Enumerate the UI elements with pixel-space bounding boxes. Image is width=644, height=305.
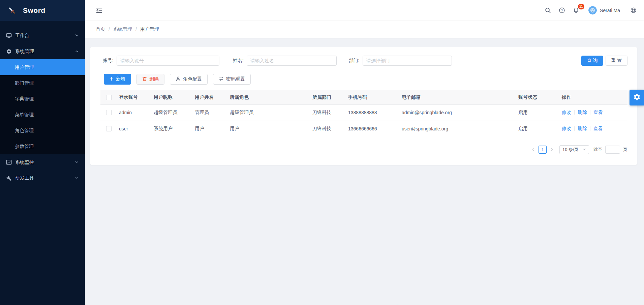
breadcrumb-separator: / [135, 27, 137, 32]
name-label: 姓名: [233, 58, 244, 64]
sidebar-item-system-management[interactable]: 系统管理 [0, 43, 85, 59]
table-row: user 系统用户 用户 用户 刀锋科技 13666666666 user@sp… [100, 121, 627, 137]
reset-button[interactable]: 重 置 [606, 56, 627, 66]
sidebar-item-label: 系统监控 [15, 159, 34, 165]
dept-select-input[interactable] [363, 56, 452, 66]
row-checkbox[interactable] [106, 110, 112, 115]
notification-bell-icon[interactable]: 11 [570, 5, 582, 16]
role-config-button[interactable]: 角色配置 [170, 74, 208, 85]
delete-link[interactable]: 删除 [578, 126, 587, 131]
view-link[interactable]: 查看 [593, 126, 603, 131]
add-button-label: 新增 [116, 76, 125, 82]
delete-button[interactable]: 删除 [136, 74, 164, 85]
svg-text:?: ? [561, 8, 563, 12]
sword-admin-app: { "app": { "name": "Sword" }, "sidebar":… [0, 0, 644, 305]
column-header-login: 登录账号 [117, 90, 152, 104]
sidebar-item-label: 菜单管理 [15, 112, 34, 118]
sidebar-item-role-management[interactable]: 角色管理 [0, 123, 85, 139]
cell-dept: 刀锋科技 [311, 121, 346, 137]
chevron-down-icon [582, 147, 586, 152]
avatar[interactable] [588, 6, 597, 14]
page-size-select[interactable]: 10 条/页 [559, 145, 589, 154]
view-link[interactable]: 查看 [593, 110, 603, 115]
account-input[interactable] [117, 56, 219, 66]
role-config-button-label: 角色配置 [183, 76, 202, 82]
language-globe-icon[interactable] [627, 5, 639, 16]
prev-page-icon[interactable] [530, 146, 537, 154]
trash-icon [142, 77, 147, 82]
column-header-actions: 操作 [560, 90, 627, 104]
page-jump-input[interactable] [605, 146, 620, 154]
column-header-nickname: 用户昵称 [152, 90, 193, 104]
sidebar-item-param-management[interactable]: 参数管理 [0, 139, 85, 154]
name-field-group: 姓名: [233, 56, 337, 66]
table-toolbar: 新增 删除 角色配置 [100, 74, 627, 85]
sidebar-item-dev-tools[interactable]: 研发工具 [0, 170, 85, 186]
page-number-1[interactable]: 1 [539, 146, 547, 154]
app-logo: Sword [0, 0, 85, 21]
add-button[interactable]: 新增 [104, 74, 131, 85]
sidebar-item-label: 用户管理 [15, 64, 34, 70]
select-all-checkbox[interactable] [106, 95, 112, 100]
link-divider [590, 110, 590, 115]
password-reset-button[interactable]: 密码重置 [213, 74, 251, 85]
cell-login: admin [117, 104, 152, 121]
table-header-row: 登录账号 用户昵称 用户姓名 所属角色 所属部门 手机号码 电子邮箱 账号状态 … [100, 90, 627, 104]
user-name[interactable]: Serati Ma [600, 8, 620, 13]
gear-icon [633, 93, 641, 102]
row-checkbox[interactable] [106, 126, 112, 131]
page-unit-label: 页 [623, 147, 627, 153]
monitor-icon [6, 33, 12, 38]
edit-link[interactable]: 修改 [562, 110, 571, 115]
account-label: 账号: [103, 58, 114, 64]
sidebar-item-dict-management[interactable]: 字典管理 [0, 91, 85, 107]
edit-link[interactable]: 修改 [562, 126, 571, 131]
next-page-icon[interactable] [548, 146, 555, 154]
user-management-card: 账号: 姓名: 部门: 查 询 重 置 [90, 47, 637, 165]
cell-name: 管理员 [193, 104, 228, 121]
settings-fab-button[interactable] [630, 90, 644, 105]
name-input[interactable] [247, 56, 337, 66]
sidebar-item-label: 系统管理 [15, 49, 34, 55]
cell-nickname: 系统用户 [152, 121, 193, 137]
jump-to-label: 跳至 [593, 147, 602, 153]
sidebar-item-workbench[interactable]: 工作台 [0, 28, 85, 43]
column-header-role: 所属角色 [228, 90, 311, 104]
breadcrumb-section[interactable]: 系统管理 [113, 26, 132, 32]
delete-link[interactable]: 删除 [578, 110, 587, 115]
chevron-down-icon [75, 33, 79, 38]
help-icon[interactable]: ? [556, 5, 568, 16]
column-header-name: 用户姓名 [193, 90, 228, 104]
cell-phone: 13666666666 [346, 121, 400, 137]
sidebar-item-label: 参数管理 [15, 144, 34, 150]
search-button[interactable]: 查 询 [581, 56, 603, 66]
cell-role: 超级管理员 [228, 104, 311, 121]
pagination: 1 10 条/页 跳至 页 [100, 145, 627, 154]
sidebar-item-system-monitor[interactable]: 系统监控 [0, 154, 85, 170]
sword-logo-icon [7, 6, 17, 15]
chevron-up-icon [75, 49, 79, 54]
sidebar-collapse-button[interactable] [93, 5, 105, 16]
notification-badge: 11 [578, 4, 584, 9]
password-reset-button-label: 密码重置 [226, 76, 245, 82]
cell-name: 用户 [193, 121, 228, 137]
sidebar-item-dept-management[interactable]: 部门管理 [0, 75, 85, 91]
link-divider [574, 110, 575, 115]
dept-label: 部门: [349, 58, 360, 64]
cell-actions: 修改删除查看 [560, 121, 627, 137]
search-form: 账号: 姓名: 部门: 查 询 重 置 [100, 56, 627, 66]
search-icon[interactable] [542, 5, 553, 16]
page-size-value: 10 条/页 [562, 147, 579, 153]
sidebar-item-user-management[interactable]: 用户管理 [0, 59, 85, 75]
gear-icon [6, 49, 12, 54]
person-icon [176, 76, 181, 82]
top-bar: ? 11 Serati Ma [85, 0, 644, 21]
breadcrumb-home[interactable]: 首页 [96, 26, 105, 32]
content-area: 账号: 姓名: 部门: 查 询 重 置 [85, 47, 644, 305]
sidebar-item-menu-management[interactable]: 菜单管理 [0, 107, 85, 123]
column-header-status: 账号状态 [517, 90, 560, 104]
table-row: admin 超级管理员 管理员 超级管理员 刀锋科技 13888888888 a… [100, 104, 627, 121]
cell-role: 用户 [228, 121, 311, 137]
topbar-actions: ? 11 Serati Ma [539, 5, 639, 16]
sidebar-item-label: 角色管理 [15, 128, 34, 134]
